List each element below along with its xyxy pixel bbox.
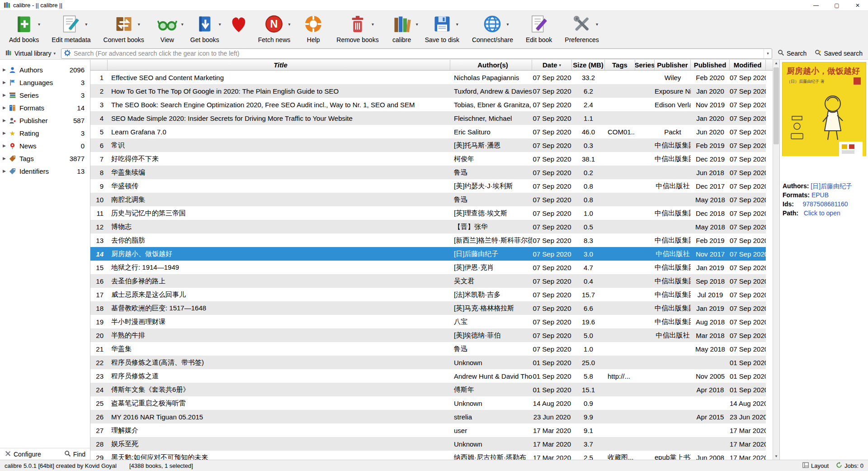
search-field[interactable]: ▾	[61, 48, 772, 59]
cell-title[interactable]: 傅斯年文集《套装共6册》	[108, 385, 450, 394]
cell-date[interactable]: 07 Sep 2020	[532, 250, 572, 258]
table-row[interactable]: 6常识[美]托马斯·潘恩07 Sep 20200.3中信出版集团Feb 2019…	[90, 138, 766, 152]
cell-size[interactable]: 25.0	[572, 359, 605, 366]
cell-modified[interactable]: 07 Sep 2020	[730, 277, 766, 285]
cell-published[interactable]: Nov 2005	[691, 372, 730, 380]
cell-num[interactable]: 26	[90, 413, 108, 421]
search-history-dropdown[interactable]: ▾	[764, 49, 772, 58]
cell-num[interactable]: 28	[90, 440, 108, 448]
table-row[interactable]: 16去圣伯多禄的路上吴文君07 Sep 20200.4中信出版集团Sep 201…	[90, 274, 766, 288]
cell-title[interactable]: 半熟的牛排	[108, 331, 450, 340]
cell-authors[interactable]: [美]埃德纳·菲伯	[450, 331, 532, 340]
cell-publisher[interactable]: 中信出版集团	[655, 318, 691, 326]
cell-size[interactable]: 0.8	[572, 196, 605, 204]
table-row[interactable]: 7好吃得停不下来柯俊年07 Sep 202038.1中信出版集团Dec 2019…	[90, 152, 766, 166]
cell-authors[interactable]: [新西兰]格兰特·斯科菲尔德 等	[450, 236, 532, 245]
expander-icon[interactable]: ▶	[3, 93, 9, 97]
cell-authors[interactable]: [法]米凯勒·吉多	[450, 290, 532, 299]
column-header-number[interactable]	[90, 60, 108, 70]
table-row[interactable]: 22程序员修炼之道(高清、带书签)Unknown01 Sep 202025.00…	[90, 356, 766, 369]
cell-publisher[interactable]: Wiley	[655, 74, 691, 81]
cell-title[interactable]: 黑天鹅:如何应对不可预知的未来	[108, 453, 450, 460]
cell-modified[interactable]: 07 Sep 2020	[730, 318, 766, 326]
scroll-down-icon[interactable]: ▼	[773, 453, 779, 460]
cell-num[interactable]: 16	[90, 277, 108, 285]
cell-num[interactable]: 27	[90, 427, 108, 434]
sidebar-item-publisher[interactable]: ▶ Publisher 587	[0, 114, 90, 127]
cell-authors[interactable]: 【晋】张华	[450, 223, 532, 231]
cell-date[interactable]: 07 Sep 2020	[532, 196, 572, 204]
cell-authors[interactable]: [日]后藤由纪子	[450, 250, 532, 258]
cell-authors[interactable]: Unknown	[450, 440, 532, 448]
cell-date[interactable]: 23 Jun 2020	[532, 413, 572, 421]
cell-size[interactable]: 0.5	[572, 223, 605, 231]
cell-publisher[interactable]: 中信出版集团	[655, 209, 691, 218]
cell-title[interactable]: Effective SEO and Content Marketing	[108, 74, 450, 81]
cell-date[interactable]: 17 Mar 2020	[532, 427, 572, 434]
cell-published[interactable]: Jan 2020	[691, 87, 730, 95]
cell-title[interactable]: 去圣伯多禄的路上	[108, 277, 450, 285]
cell-size[interactable]: 2.5	[572, 454, 605, 460]
cell-authors[interactable]: [英]理查德·埃文斯	[450, 209, 532, 218]
cell-published[interactable]: Dec 2018	[691, 209, 730, 217]
cell-date[interactable]: 14 Aug 2020	[532, 400, 572, 407]
cell-modified[interactable]: 01 Sep 2020	[730, 359, 766, 366]
view-button[interactable]: ▾ View	[152, 13, 182, 44]
cell-size[interactable]: 0.3	[572, 142, 605, 149]
cell-published[interactable]: Feb 2019	[691, 237, 730, 244]
cell-published[interactable]: Jan 2020	[691, 114, 730, 122]
cell-modified[interactable]: 17 Mar 2020	[730, 440, 766, 448]
cell-published[interactable]: Feb 2020	[691, 74, 730, 81]
cell-authors[interactable]: 吴文君	[450, 277, 532, 285]
cell-modified[interactable]: 07 Sep 2020	[730, 332, 766, 339]
cell-title[interactable]: 华盖集续编	[108, 168, 450, 177]
vertical-scrollbar[interactable]: ▲ ▼	[773, 60, 779, 460]
cell-date[interactable]: 07 Sep 2020	[532, 155, 572, 163]
chevron-down-icon[interactable]: ▾	[372, 22, 374, 27]
cell-num[interactable]: 18	[90, 304, 108, 312]
cell-num[interactable]: 6	[90, 142, 108, 149]
cell-authors[interactable]: 八宝	[450, 318, 532, 326]
cell-size[interactable]: 0.2	[572, 169, 605, 176]
cell-num[interactable]: 15	[90, 264, 108, 271]
cell-authors[interactable]: Unknown	[450, 359, 532, 366]
column-header-published[interactable]: Published	[691, 60, 730, 70]
cell-authors[interactable]: Nicholas Papagiannis	[450, 74, 532, 81]
cell-publisher[interactable]: 中信出版社	[655, 250, 691, 258]
cell-num[interactable]: 9	[90, 182, 108, 190]
column-header-modified[interactable]: Modified	[730, 60, 766, 70]
sidebar-item-rating[interactable]: ▶ ★ Rating 3	[0, 127, 90, 139]
cell-authors[interactable]: 鲁迅	[450, 195, 532, 204]
cell-publisher[interactable]: 中信出版社	[655, 182, 691, 190]
cell-size[interactable]: 19.6	[572, 318, 605, 326]
cell-num[interactable]: 8	[90, 169, 108, 176]
configure-button[interactable]: Configure	[4, 449, 42, 459]
search-button[interactable]: Search	[775, 48, 809, 59]
add-books-button[interactable]: ▾ Add books	[5, 13, 43, 44]
cell-modified[interactable]: 01 Sep 2020	[730, 372, 766, 380]
scroll-up-icon[interactable]: ▲	[773, 60, 779, 67]
cell-date[interactable]: 07 Sep 2020	[532, 209, 572, 217]
column-header-tags[interactable]: Tags	[605, 60, 635, 70]
cell-title[interactable]: 基督教欧洲的巨变: 1517—1648	[108, 304, 450, 313]
cell-num[interactable]: 19	[90, 318, 108, 326]
cell-publisher[interactable]: 中信出版集团	[655, 304, 691, 313]
edit-book-button[interactable]: Edit book	[521, 13, 557, 44]
cell-title[interactable]: MY 2016 NAR Tiguan 05.2015	[108, 413, 450, 421]
cell-published[interactable]: May 2018	[691, 223, 730, 231]
cell-title[interactable]: 好吃得停不下来	[108, 155, 450, 163]
help-button[interactable]: Help	[298, 13, 328, 44]
table-row[interactable]: 18基督教欧洲的巨变: 1517—1648[英]马克·格林格拉斯07 Sep 2…	[90, 301, 766, 315]
cell-modified[interactable]: 14 Aug 2020	[730, 400, 766, 407]
table-row[interactable]: 27理解媒介user17 Mar 20209.117 Mar 2020	[90, 423, 766, 437]
cell-size[interactable]: 8.3	[572, 237, 605, 244]
cell-title[interactable]: 程序员修炼之道(高清、带书签)	[108, 358, 450, 367]
chevron-down-icon[interactable]: ▾	[596, 22, 598, 27]
cell-date[interactable]: 07 Sep 2020	[532, 74, 572, 81]
cell-publisher[interactable]: 中信出版集团	[655, 277, 691, 285]
cell-title[interactable]: 半小时漫画理财课	[108, 318, 450, 326]
cell-modified[interactable]: 07 Sep 2020	[730, 182, 766, 190]
table-row[interactable]: 4SEO Made Simple 2020: Insider Secrets f…	[90, 111, 766, 125]
cell-title[interactable]: 盗墓笔记重启之极海听雷	[108, 399, 450, 408]
cell-tags[interactable]: COM01...	[605, 128, 635, 136]
